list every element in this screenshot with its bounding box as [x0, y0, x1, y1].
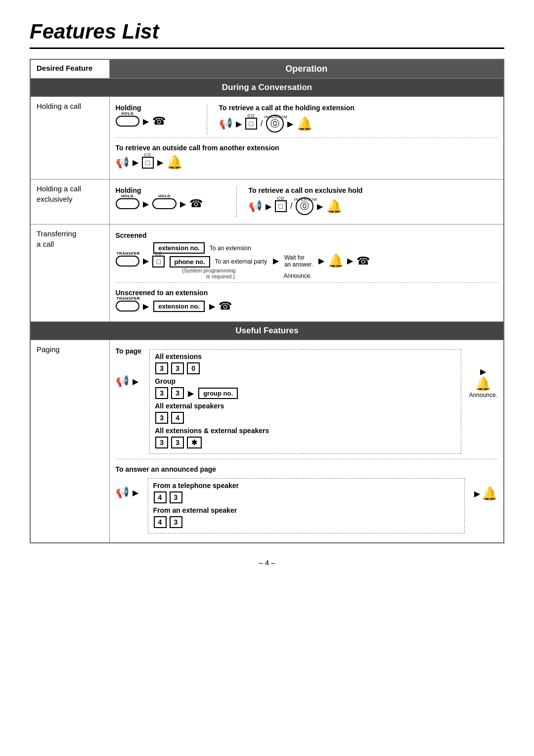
- hold-button3: HOLD: [152, 198, 177, 209]
- intercom-button2: INTERCOM⓪: [296, 197, 313, 215]
- key-3h: 3: [170, 491, 182, 503]
- key-3a: 3: [155, 362, 168, 374]
- co-button1: CO□: [245, 118, 257, 130]
- handset-icon4: ☎: [219, 300, 232, 312]
- announce-icon2: 🔔: [167, 155, 182, 170]
- ext-no-box2: extension no.: [153, 301, 205, 312]
- key-star: ✱: [187, 437, 202, 448]
- key-3f: 3: [155, 437, 168, 448]
- key-0: 0: [187, 362, 200, 374]
- speaker-icon5: 📢: [116, 486, 129, 499]
- arrow4: ▶: [133, 158, 138, 167]
- arrow1: ▶: [143, 117, 149, 126]
- arrow12: ▶: [318, 256, 324, 266]
- feature-label-holding-excl: Holding a callexclusively: [30, 179, 109, 224]
- transfer-button2: TRANSFER: [116, 301, 140, 311]
- feature-label-paging: Paging: [30, 340, 109, 543]
- key-3d: 3: [171, 387, 184, 399]
- col-feature-header: Desired Feature: [30, 59, 109, 79]
- speaker-icon1: 📢: [219, 117, 232, 130]
- announce-icon3: 🔔: [326, 199, 342, 214]
- arrow5: ▶: [157, 158, 163, 167]
- key-4a: 4: [171, 412, 184, 424]
- row-holding-exclusively: Holding a callexclusively Holding HOLD ▶…: [30, 179, 504, 224]
- handset-icon2: ☎: [189, 197, 203, 210]
- key-3e: 3: [155, 412, 168, 424]
- key-4b: 4: [154, 491, 167, 503]
- key-3b: 3: [171, 362, 184, 374]
- arrow11: ▶: [273, 256, 279, 266]
- retrieve-holding-label: To retrieve a call at the holding extens…: [219, 104, 355, 112]
- section-useful-label: Useful Features: [30, 322, 504, 340]
- row-transferring-call: Transferringa call Screened TRANSFER ▶ e…: [30, 224, 504, 322]
- intercom-button1: INTERCOM⓪: [266, 115, 284, 133]
- arrow20: ▶: [474, 489, 480, 498]
- arrow16: ▶: [133, 377, 138, 386]
- announce-icon1: 🔔: [297, 116, 312, 132]
- announce-icon5: 🔔: [475, 376, 491, 392]
- announce-icon6: 🔔: [482, 486, 497, 501]
- co-button2: CO□: [142, 157, 154, 169]
- page-title: Features List: [30, 20, 504, 44]
- arrow6: ▶: [143, 199, 149, 209]
- hold-button: HOLD: [116, 116, 140, 127]
- holding-label: Holding: [116, 104, 141, 112]
- co-button3: CO□: [275, 200, 287, 212]
- key-3c: 3: [155, 387, 168, 399]
- hold-button2: HOLD: [116, 198, 140, 209]
- arrow17: ▶: [188, 389, 194, 398]
- arrow19: ▶: [133, 488, 138, 497]
- handset-icon3: ☎: [356, 255, 370, 267]
- op-holding-call: Holding HOLD ▶ ☎ To retrieve a call at: [109, 97, 504, 179]
- feature-label-holding: Holding a call: [30, 97, 109, 179]
- transfer-button1: TRANSFER: [116, 256, 140, 267]
- op-holding-exclusively: Holding HOLD ▶ HOLD ▶ ☎ To: [109, 179, 504, 224]
- row-holding-call: Holding a call Holding HOLD ▶ ☎: [30, 97, 504, 179]
- arrow14: ▶: [143, 302, 149, 311]
- speaker-icon4: 📢: [116, 375, 129, 388]
- key-4c: 4: [154, 516, 167, 528]
- announce-icon4: 🔔: [328, 253, 344, 268]
- arrow8: ▶: [266, 202, 271, 211]
- features-table: Desired Feature Operation During a Conve…: [30, 59, 504, 543]
- phone-no-box: phone no.: [170, 256, 210, 267]
- slash1: /: [261, 119, 263, 128]
- arrow15: ▶: [209, 302, 215, 311]
- col-operation-header: Operation: [109, 59, 504, 79]
- arrow13: ▶: [347, 256, 353, 266]
- key-3g: 3: [171, 437, 184, 448]
- arrow10: ▶: [143, 256, 149, 266]
- group-no-box: group no.: [198, 388, 238, 399]
- slash2: /: [290, 202, 292, 211]
- handset-icon1: ☎: [152, 115, 166, 128]
- speaker-icon2: 📢: [116, 156, 129, 169]
- section-useful-features: Useful Features: [30, 322, 504, 340]
- speaker-icon3: 📢: [249, 200, 262, 213]
- section-during-label: During a Conversation: [30, 79, 504, 97]
- arrow9: ▶: [317, 202, 323, 211]
- feature-label-transfer: Transferringa call: [30, 224, 109, 322]
- arrow3: ▶: [287, 119, 293, 129]
- key-3i: 3: [170, 516, 182, 528]
- op-transferring-call: Screened TRANSFER ▶ extension no. To an …: [109, 224, 504, 322]
- arrow18: ▶: [480, 367, 486, 376]
- page-number: – 4 –: [30, 558, 504, 567]
- section-during-conversation: During a Conversation: [30, 79, 504, 97]
- retrieve-outside-label: To retrieve an outside call from another…: [116, 144, 279, 152]
- arrow7: ▶: [180, 199, 186, 209]
- op-paging: To page 📢 ▶ All extensions 3: [109, 340, 504, 543]
- co-button4: CO□: [152, 256, 164, 267]
- arrow2: ▶: [236, 119, 242, 129]
- row-paging: Paging To page 📢 ▶: [30, 340, 504, 543]
